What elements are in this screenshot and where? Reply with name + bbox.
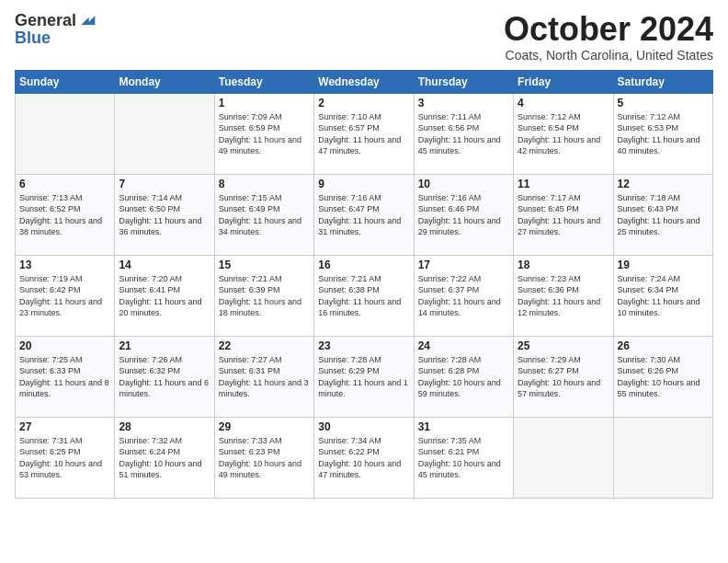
day-cell: 3Sunrise: 7:11 AM Sunset: 6:56 PM Daylig… bbox=[414, 93, 513, 174]
week-row-2: 6Sunrise: 7:13 AM Sunset: 6:52 PM Daylig… bbox=[16, 174, 713, 255]
day-info: Sunrise: 7:16 AM Sunset: 6:47 PM Dayligh… bbox=[318, 192, 409, 238]
day-number: 3 bbox=[418, 97, 509, 109]
day-info: Sunrise: 7:10 AM Sunset: 6:57 PM Dayligh… bbox=[318, 111, 409, 157]
logo-blue: Blue bbox=[15, 29, 97, 48]
day-number: 28 bbox=[119, 420, 210, 433]
day-number: 5 bbox=[618, 97, 709, 109]
day-number: 20 bbox=[19, 339, 110, 352]
day-info: Sunrise: 7:26 AM Sunset: 6:32 PM Dayligh… bbox=[119, 354, 210, 400]
day-number: 30 bbox=[318, 420, 409, 433]
weekday-header-friday: Friday bbox=[514, 70, 613, 93]
day-cell: 15Sunrise: 7:21 AM Sunset: 6:39 PM Dayli… bbox=[214, 255, 313, 336]
day-cell: 19Sunrise: 7:24 AM Sunset: 6:34 PM Dayli… bbox=[613, 255, 712, 336]
day-info: Sunrise: 7:15 AM Sunset: 6:49 PM Dayligh… bbox=[219, 192, 310, 238]
day-info: Sunrise: 7:13 AM Sunset: 6:52 PM Dayligh… bbox=[19, 192, 110, 238]
day-info: Sunrise: 7:30 AM Sunset: 6:26 PM Dayligh… bbox=[618, 354, 709, 400]
day-info: Sunrise: 7:12 AM Sunset: 6:54 PM Dayligh… bbox=[518, 111, 609, 157]
day-number: 15 bbox=[219, 259, 310, 271]
day-info: Sunrise: 7:25 AM Sunset: 6:33 PM Dayligh… bbox=[19, 354, 110, 400]
day-cell bbox=[16, 93, 115, 174]
day-cell bbox=[115, 93, 214, 174]
day-cell: 31Sunrise: 7:35 AM Sunset: 6:21 PM Dayli… bbox=[414, 417, 513, 498]
day-number: 22 bbox=[219, 339, 310, 352]
day-info: Sunrise: 7:29 AM Sunset: 6:27 PM Dayligh… bbox=[518, 354, 609, 400]
weekday-header-tuesday: Tuesday bbox=[214, 70, 313, 93]
day-info: Sunrise: 7:09 AM Sunset: 6:59 PM Dayligh… bbox=[219, 111, 310, 157]
day-number: 4 bbox=[518, 97, 609, 109]
day-cell: 2Sunrise: 7:10 AM Sunset: 6:57 PM Daylig… bbox=[314, 93, 414, 174]
day-cell: 4Sunrise: 7:12 AM Sunset: 6:54 PM Daylig… bbox=[514, 93, 613, 174]
week-row-5: 27Sunrise: 7:31 AM Sunset: 6:25 PM Dayli… bbox=[16, 417, 713, 498]
day-info: Sunrise: 7:21 AM Sunset: 6:38 PM Dayligh… bbox=[318, 273, 409, 319]
day-number: 12 bbox=[618, 178, 709, 190]
day-number: 17 bbox=[418, 259, 509, 271]
svg-marker-0 bbox=[81, 16, 95, 25]
day-cell: 29Sunrise: 7:33 AM Sunset: 6:23 PM Dayli… bbox=[214, 417, 313, 498]
day-number: 29 bbox=[219, 420, 310, 433]
week-row-1: 1Sunrise: 7:09 AM Sunset: 6:59 PM Daylig… bbox=[16, 93, 713, 174]
day-info: Sunrise: 7:21 AM Sunset: 6:39 PM Dayligh… bbox=[219, 273, 310, 319]
day-number: 19 bbox=[618, 259, 709, 271]
day-number: 31 bbox=[418, 420, 509, 433]
day-number: 2 bbox=[318, 97, 409, 109]
day-cell: 16Sunrise: 7:21 AM Sunset: 6:38 PM Dayli… bbox=[314, 255, 414, 336]
day-number: 21 bbox=[119, 339, 210, 352]
day-cell: 26Sunrise: 7:30 AM Sunset: 6:26 PM Dayli… bbox=[613, 336, 712, 417]
day-number: 8 bbox=[219, 178, 310, 190]
day-cell: 9Sunrise: 7:16 AM Sunset: 6:47 PM Daylig… bbox=[314, 174, 414, 255]
day-info: Sunrise: 7:24 AM Sunset: 6:34 PM Dayligh… bbox=[618, 273, 709, 319]
day-info: Sunrise: 7:18 AM Sunset: 6:43 PM Dayligh… bbox=[618, 192, 709, 238]
day-cell: 1Sunrise: 7:09 AM Sunset: 6:59 PM Daylig… bbox=[214, 93, 313, 174]
day-cell: 12Sunrise: 7:18 AM Sunset: 6:43 PM Dayli… bbox=[613, 174, 712, 255]
day-info: Sunrise: 7:33 AM Sunset: 6:23 PM Dayligh… bbox=[219, 435, 310, 481]
day-cell: 8Sunrise: 7:15 AM Sunset: 6:49 PM Daylig… bbox=[214, 174, 313, 255]
day-info: Sunrise: 7:19 AM Sunset: 6:42 PM Dayligh… bbox=[19, 273, 110, 319]
weekday-header-monday: Monday bbox=[115, 70, 214, 93]
page: General Blue October 2024 Coats, North C… bbox=[0, 0, 728, 563]
weekday-header-wednesday: Wednesday bbox=[314, 70, 414, 93]
day-number: 23 bbox=[318, 339, 409, 352]
day-cell bbox=[613, 417, 712, 498]
day-cell: 10Sunrise: 7:16 AM Sunset: 6:46 PM Dayli… bbox=[414, 174, 513, 255]
day-cell: 28Sunrise: 7:32 AM Sunset: 6:24 PM Dayli… bbox=[115, 417, 214, 498]
day-number: 25 bbox=[518, 339, 609, 352]
week-row-4: 20Sunrise: 7:25 AM Sunset: 6:33 PM Dayli… bbox=[16, 336, 713, 417]
day-cell: 23Sunrise: 7:28 AM Sunset: 6:29 PM Dayli… bbox=[314, 336, 414, 417]
day-number: 18 bbox=[518, 259, 609, 271]
day-cell: 30Sunrise: 7:34 AM Sunset: 6:22 PM Dayli… bbox=[314, 417, 414, 498]
weekday-header-row: SundayMondayTuesdayWednesdayThursdayFrid… bbox=[16, 70, 713, 93]
day-number: 11 bbox=[518, 178, 609, 190]
day-cell: 17Sunrise: 7:22 AM Sunset: 6:37 PM Dayli… bbox=[414, 255, 513, 336]
day-number: 27 bbox=[19, 420, 110, 433]
day-number: 13 bbox=[19, 259, 110, 271]
day-number: 1 bbox=[219, 97, 310, 109]
day-cell bbox=[514, 417, 613, 498]
day-cell: 14Sunrise: 7:20 AM Sunset: 6:41 PM Dayli… bbox=[115, 255, 214, 336]
day-number: 16 bbox=[318, 259, 409, 271]
day-cell: 22Sunrise: 7:27 AM Sunset: 6:31 PM Dayli… bbox=[214, 336, 313, 417]
day-cell: 24Sunrise: 7:28 AM Sunset: 6:28 PM Dayli… bbox=[414, 336, 513, 417]
day-cell: 11Sunrise: 7:17 AM Sunset: 6:45 PM Dayli… bbox=[514, 174, 613, 255]
weekday-header-sunday: Sunday bbox=[16, 70, 115, 93]
day-number: 9 bbox=[318, 178, 409, 190]
day-number: 7 bbox=[119, 178, 210, 190]
day-cell: 20Sunrise: 7:25 AM Sunset: 6:33 PM Dayli… bbox=[16, 336, 115, 417]
day-cell: 25Sunrise: 7:29 AM Sunset: 6:27 PM Dayli… bbox=[514, 336, 613, 417]
day-cell: 27Sunrise: 7:31 AM Sunset: 6:25 PM Dayli… bbox=[16, 417, 115, 498]
day-info: Sunrise: 7:20 AM Sunset: 6:41 PM Dayligh… bbox=[119, 273, 210, 319]
day-info: Sunrise: 7:14 AM Sunset: 6:50 PM Dayligh… bbox=[119, 192, 210, 238]
calendar: SundayMondayTuesdayWednesdayThursdayFrid… bbox=[15, 70, 713, 499]
day-number: 26 bbox=[618, 339, 709, 352]
day-cell: 6Sunrise: 7:13 AM Sunset: 6:52 PM Daylig… bbox=[16, 174, 115, 255]
day-cell: 18Sunrise: 7:23 AM Sunset: 6:36 PM Dayli… bbox=[514, 255, 613, 336]
day-number: 14 bbox=[119, 259, 210, 271]
logo: General Blue bbox=[15, 11, 97, 48]
logo-general: General bbox=[15, 11, 76, 30]
day-cell: 7Sunrise: 7:14 AM Sunset: 6:50 PM Daylig… bbox=[115, 174, 214, 255]
week-row-3: 13Sunrise: 7:19 AM Sunset: 6:42 PM Dayli… bbox=[16, 255, 713, 336]
day-cell: 21Sunrise: 7:26 AM Sunset: 6:32 PM Dayli… bbox=[115, 336, 214, 417]
location: Coats, North Carolina, United States bbox=[504, 48, 713, 63]
day-info: Sunrise: 7:12 AM Sunset: 6:53 PM Dayligh… bbox=[618, 111, 709, 157]
day-info: Sunrise: 7:28 AM Sunset: 6:29 PM Dayligh… bbox=[318, 354, 409, 400]
month-title: October 2024 bbox=[504, 11, 713, 48]
